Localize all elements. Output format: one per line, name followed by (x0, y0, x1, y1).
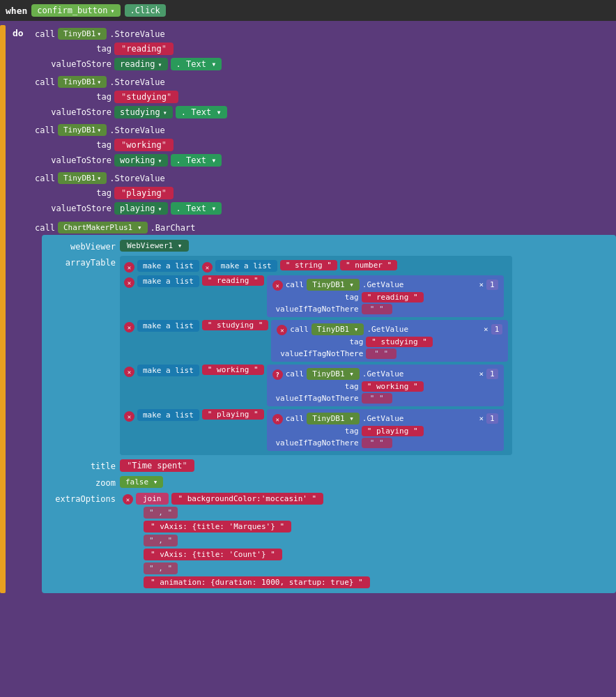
join-btn[interactable]: join (136, 493, 169, 505)
store-value-label-3: .StoreValue (109, 125, 164, 135)
value-row-working: valueToStore working ▾ . Text ▾ (35, 153, 616, 168)
webviewer-field-label: webViewer (46, 240, 116, 252)
store-block-reading: call TinyDB1 ▾ .StoreValue tag reading v… (35, 25, 616, 73)
blocks-area: call TinyDB1 ▾ .StoreValue tag reading v… (35, 25, 616, 593)
dropdown-icon: ▾ (158, 61, 162, 68)
store-header-playing: call TinyDB1 ▾ .StoreValue (35, 171, 616, 185)
vaxis-marques-pill[interactable]: " vAxis: {title: 'Marques'} " (144, 521, 291, 533)
store-value-label: .StoreValue (109, 29, 164, 39)
left-accent (0, 25, 6, 593)
playing-value-pill[interactable]: playing ▾ (114, 202, 168, 215)
when-label: when (6, 6, 27, 16)
tinydb1-btn-3[interactable]: TinyDB1 ▾ (58, 124, 107, 136)
gv-valueIfTagNotThere-studying: valueIfTagNotThere " " (277, 348, 502, 359)
title-field-label: title (46, 459, 116, 471)
false-btn[interactable]: false ▾ (120, 476, 163, 488)
getvalue-playing: ✕ call TinyDB1 ▾ .GetValue × 1 (267, 409, 504, 451)
nested-row-playing: ✕ make a list " playing " ✕ call TinyDB1… (124, 409, 508, 451)
animation-pill[interactable]: " animation: {duration: 1000, startup: t… (144, 576, 370, 588)
make-list-btn-studying[interactable]: make a list (137, 320, 199, 332)
tinydb-gv-reading[interactable]: TinyDB1 ▾ (307, 279, 360, 291)
x-icon-gv-playing[interactable]: ✕ (272, 414, 283, 424)
dropdown-icon-5: ▾ (158, 157, 162, 164)
x-icon-studying[interactable]: ✕ (124, 322, 134, 332)
tinydb1-btn[interactable]: TinyDB1 ▾ (58, 28, 107, 40)
tinydb-gv-playing[interactable]: TinyDB1 ▾ (307, 413, 360, 424)
working-label-pill[interactable]: " working " (202, 365, 264, 375)
arraytable-row: arrayTable ✕ make a list ✕ make a list (46, 255, 612, 456)
reading-value-pill[interactable]: reading ▾ (114, 58, 168, 70)
getvalue-studying: ✕ call TinyDB1 ▾ .GetValue × 1 (271, 320, 508, 362)
extra-options-row: extraOptions ✕ join " backgroundColor:'m… (46, 491, 612, 589)
comma-pill-2[interactable]: " , " (144, 535, 178, 546)
empty-pill-reading[interactable]: " " (362, 304, 392, 314)
empty-pill-playing[interactable]: " " (362, 438, 392, 448)
text-pill: . Text ▾ (171, 58, 222, 70)
x-icon-gv-studying[interactable]: ✕ (277, 325, 287, 335)
gv-studying-tag-pill[interactable]: " studying " (366, 337, 432, 347)
q-icon-gv-working[interactable]: ? (272, 369, 283, 380)
gv-playing-tag-pill[interactable]: " playing " (362, 426, 424, 436)
tinydb1-btn-4[interactable]: TinyDB1 ▾ (58, 172, 107, 184)
dropdown-icon: ▾ (97, 30, 101, 38)
empty-pill-working[interactable]: " " (362, 393, 392, 404)
make-list-btn-playing[interactable]: make a list (137, 409, 199, 421)
make-list-btn-reading[interactable]: make a list (137, 275, 199, 287)
text-pill-4: . Text ▾ (171, 202, 222, 215)
string-pill[interactable]: " string " (280, 260, 337, 270)
store-header-reading: call TinyDB1 ▾ .StoreValue (35, 26, 616, 41)
tinydb-gv-working[interactable]: TinyDB1 ▾ (307, 368, 360, 380)
playing-tag-pill[interactable]: playing (114, 187, 174, 199)
working-value-pill[interactable]: working ▾ (114, 154, 168, 167)
zoom-row: zoom false ▾ (46, 475, 612, 489)
vaxis-count-pill[interactable]: " vAxis: {title: 'Count'} " (144, 549, 282, 560)
comma-pill-3[interactable]: " , " (144, 562, 178, 574)
make-list-btn-working[interactable]: make a list (137, 365, 199, 376)
extra-options-label: extraOptions (46, 492, 116, 504)
studying-label-pill[interactable]: " studying " (202, 320, 268, 330)
x-icon-gv-reading[interactable]: ✕ (272, 280, 283, 291)
zoom-field-label: zoom (46, 476, 116, 488)
number-pill[interactable]: " number " (340, 260, 397, 270)
getvalue-reading-header: ✕ call TinyDB1 ▾ .GetValue × 1 (272, 278, 498, 291)
webviewer-btn[interactable]: WebViewer1 ▾ (120, 240, 189, 252)
dropdown-icon-6: ▾ (97, 174, 101, 182)
call-label-chart: call (35, 223, 55, 233)
x-icon-extra[interactable]: ✕ (123, 494, 133, 505)
working-tag-pill[interactable]: working (114, 139, 174, 151)
empty-pill-studying[interactable]: " " (366, 348, 396, 359)
studying-value-pill[interactable]: studying ▾ (114, 106, 173, 118)
x-icon-1[interactable]: ✕ (124, 262, 134, 273)
num-badge-playing: 1 (486, 413, 498, 424)
store-value-label-2: .StoreValue (109, 77, 164, 87)
confirm-button-label: confirm_button (37, 6, 107, 15)
x-icon-working[interactable]: ✕ (124, 367, 134, 377)
confirm-button-block[interactable]: confirm_button ▾ (31, 4, 120, 17)
x-icon-2[interactable]: ✕ (202, 262, 213, 273)
chartmaker-btn[interactable]: ChartMakerPlus1 ▾ (58, 222, 148, 233)
tag-label-4: tag (49, 188, 111, 198)
x-icon-playing[interactable]: ✕ (124, 411, 134, 422)
x-icon-reading[interactable]: ✕ (124, 277, 134, 288)
gv-reading-tag-pill[interactable]: " reading " (362, 292, 424, 302)
make-list-btn-2[interactable]: make a list (215, 260, 277, 272)
tinydb-gv-studying[interactable]: TinyDB1 ▾ (311, 323, 364, 335)
click-label: .Click (125, 4, 166, 17)
reading-label-pill[interactable]: " reading " (202, 275, 264, 286)
num-badge-studying: 1 (491, 324, 503, 335)
gv-working-tag-pill[interactable]: " working " (362, 381, 424, 392)
comma-pill-1[interactable]: " , " (144, 507, 178, 519)
getvalue-reading: ✕ call TinyDB1 ▾ .GetValue × 1 (267, 275, 504, 317)
title-pill[interactable]: Time spent (120, 459, 194, 472)
tag-label-2: tag (49, 92, 111, 102)
when-bar: when confirm_button ▾ .Click (0, 0, 616, 21)
studying-tag-pill[interactable]: studying (114, 91, 178, 103)
bgcolor-pill[interactable]: " backgroundColor:'moccasin' " (171, 493, 324, 505)
playing-label-pill[interactable]: " playing " (202, 409, 264, 420)
tinydb1-btn-2[interactable]: TinyDB1 ▾ (58, 76, 107, 88)
getvalue-working: ? call TinyDB1 ▾ .GetValue × 1 (267, 365, 504, 406)
reading-tag-pill[interactable]: reading (114, 43, 174, 55)
make-list-btn-1[interactable]: make a list (137, 260, 199, 272)
value-row-playing: valueToStore playing ▾ . Text ▾ (35, 201, 616, 216)
dropdown-icon-3: ▾ (163, 109, 167, 116)
